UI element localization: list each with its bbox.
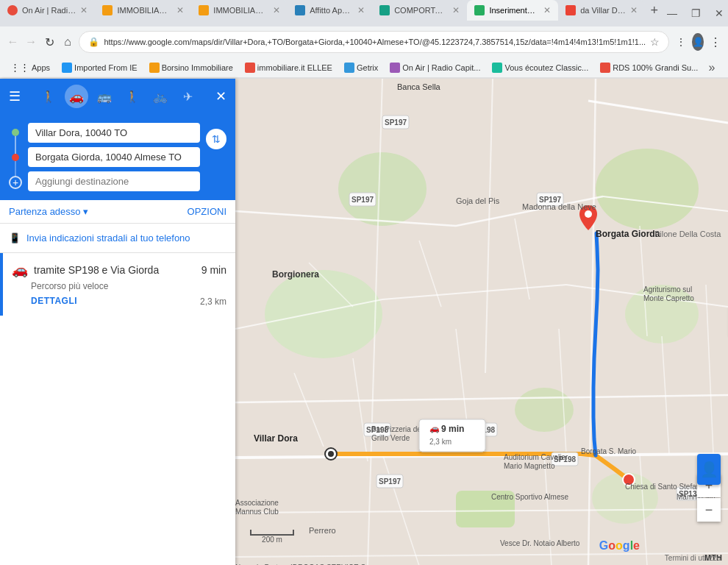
forward-button[interactable]: → bbox=[24, 32, 38, 52]
svg-rect-41 bbox=[382, 116, 409, 129]
bookmark-getrix[interactable]: Getrix bbox=[340, 61, 382, 74]
tab-close-2[interactable]: ✕ bbox=[176, 5, 184, 15]
svg-text:Villar Dora: Villar Dora bbox=[254, 433, 298, 444]
swap-routes-button[interactable]: ⇅ bbox=[206, 129, 226, 149]
tab-2[interactable]: IMMOBILIARE E... ✕ bbox=[95, 0, 191, 21]
tab-6-active[interactable]: Inserimento an... ✕ bbox=[467, 0, 558, 21]
svg-point-4 bbox=[625, 285, 699, 344]
destination-input[interactable] bbox=[28, 147, 200, 167]
svg-point-1 bbox=[265, 270, 382, 358]
svg-line-8 bbox=[588, 101, 728, 123]
svg-line-23 bbox=[640, 226, 647, 336]
home-button[interactable]: ⌂ bbox=[61, 32, 75, 52]
map-area[interactable]: SP197 SP197 SP198 SP198 SP197 SP198 SP19… bbox=[235, 79, 728, 565]
close-sidebar-icon[interactable]: ✕ bbox=[215, 88, 226, 104]
svg-text:Mario Magnetto: Mario Magnetto bbox=[504, 462, 555, 470]
svg-line-33 bbox=[544, 454, 552, 565]
transport-icons: 🚶 🚗 🚌 🚶 🚲 ✈ bbox=[26, 85, 210, 108]
extensions-button[interactable]: ⋮ bbox=[674, 32, 688, 52]
depart-time-button[interactable]: Partenza adesso ▾ bbox=[9, 206, 88, 217]
route-line bbox=[15, 136, 16, 154]
hamburger-icon[interactable]: ☰ bbox=[9, 88, 21, 104]
svg-point-39 bbox=[585, 210, 592, 218]
svg-text:Perrero: Perrero bbox=[309, 526, 336, 535]
star-icon[interactable]: ☆ bbox=[650, 36, 660, 48]
svg-text:SP197: SP197 bbox=[379, 477, 401, 486]
maximize-button[interactable]: ❐ bbox=[687, 4, 704, 22]
transport-icon-walk[interactable]: 🚶 bbox=[121, 85, 144, 108]
bookmark-imported-ie[interactable]: Imported From IE bbox=[57, 61, 142, 74]
svg-text:Borgionera: Borgionera bbox=[272, 269, 319, 280]
route-options-bar: Partenza adesso ▾ OPZIONI bbox=[0, 200, 235, 224]
transport-icon-flight[interactable]: ✈ bbox=[176, 85, 200, 108]
destination-dot bbox=[12, 154, 19, 161]
new-tab-button[interactable]: + bbox=[645, 0, 663, 21]
tab-1[interactable]: On Air | Radio C... ✕ bbox=[0, 0, 95, 21]
bookmark-vous[interactable]: Vous écoutez Classic... bbox=[488, 61, 593, 74]
add-destination-icon[interactable]: + bbox=[9, 176, 22, 189]
transport-icon-bike[interactable]: 🚲 bbox=[149, 85, 172, 108]
tab-7[interactable]: da Villar Dora... ✕ bbox=[558, 0, 645, 21]
add-destination-input[interactable] bbox=[28, 171, 200, 191]
bookmark-immobiliare[interactable]: immobiliare.it ELLEE bbox=[240, 61, 337, 74]
tab-4[interactable]: Affitto Appart... ✕ bbox=[288, 0, 372, 21]
route-options-button[interactable]: OPZIONI bbox=[188, 206, 226, 217]
svg-text:Banca Sella: Banca Sella bbox=[397, 82, 441, 91]
google-logo: Google bbox=[599, 539, 640, 552]
back-button[interactable]: ← bbox=[6, 32, 20, 52]
svg-line-22 bbox=[515, 218, 529, 299]
tab-close-6[interactable]: ✕ bbox=[543, 5, 551, 15]
zoom-out-button[interactable]: − bbox=[697, 498, 721, 522]
svg-line-18 bbox=[588, 79, 596, 565]
bookmark-rds[interactable]: RDS 100% Grandi Su... bbox=[596, 61, 702, 74]
svg-text:SP197: SP197 bbox=[385, 118, 407, 127]
more-bookmarks[interactable]: » bbox=[705, 61, 718, 74]
profile-avatar[interactable]: 👤 bbox=[692, 33, 704, 51]
svg-point-5 bbox=[515, 388, 574, 432]
bookmark-onair[interactable]: On Air | Radio Capit... bbox=[385, 61, 485, 74]
share-route-button[interactable]: 📱 Invia indicazioni stradali al tuo tele… bbox=[0, 224, 235, 253]
svg-text:SP197: SP197 bbox=[539, 196, 561, 204]
transport-icon-driving[interactable]: 🚶 bbox=[37, 85, 60, 108]
details-button[interactable]: DETTAGLI bbox=[31, 296, 77, 306]
svg-rect-0 bbox=[235, 79, 728, 565]
tab-5[interactable]: COMPORTAME... ✕ bbox=[372, 0, 467, 21]
map-svg: SP197 SP197 SP198 SP198 SP197 SP198 SP19… bbox=[235, 79, 728, 565]
apps-bookmark[interactable]: ⋮⋮ Apps bbox=[6, 60, 54, 74]
tab-bar: On Air | Radio C... ✕ IMMOBILIARE E... ✕… bbox=[0, 0, 728, 26]
tab-close-7[interactable]: ✕ bbox=[630, 5, 638, 15]
svg-text:Monte Capretto: Monte Capretto bbox=[643, 294, 694, 302]
route-result: 🚗 tramite SP198 e Via Giorda 9 min Perco… bbox=[0, 253, 235, 316]
tab-3[interactable]: IMMOBILIARE E... ✕ bbox=[191, 0, 288, 21]
address-bar[interactable]: 🔒 https://www.google.com/maps/dir/Villar… bbox=[79, 31, 669, 53]
svg-line-13 bbox=[382, 285, 566, 299]
svg-line-21 bbox=[419, 241, 441, 307]
transport-icon-car[interactable]: 🚗 bbox=[65, 85, 88, 108]
route-name: tramite SP198 e Via Giorda bbox=[34, 264, 196, 276]
svg-text:SP197: SP197 bbox=[351, 196, 374, 204]
svg-line-19 bbox=[235, 454, 728, 458]
chevron-down-icon: ▾ bbox=[83, 206, 88, 217]
tab-close-1[interactable]: ✕ bbox=[80, 5, 88, 15]
close-button[interactable]: ✕ bbox=[710, 4, 728, 22]
sidebar: ☰ 🚶 🚗 🚌 🚶 🚲 ✈ ✕ + bbox=[0, 79, 235, 565]
browser-chrome: On Air | Radio C... ✕ IMMOBILIARE E... ✕… bbox=[0, 0, 728, 79]
bookmark-borsino[interactable]: Borsino Immobiliare bbox=[145, 61, 238, 74]
origin-input[interactable] bbox=[28, 123, 200, 143]
svg-point-3 bbox=[596, 149, 699, 230]
tab-close-5[interactable]: ✕ bbox=[452, 5, 460, 15]
svg-text:Agriturismo sul: Agriturismo sul bbox=[643, 285, 692, 294]
svg-line-17 bbox=[485, 79, 493, 373]
route-inputs: + ⇅ bbox=[0, 114, 235, 200]
street-view-pegman[interactable]: 👤 bbox=[697, 454, 721, 485]
minimize-button[interactable]: — bbox=[663, 4, 681, 22]
svg-text:SP198: SP198 bbox=[554, 455, 576, 463]
tab-close-4[interactable]: ✕ bbox=[357, 5, 365, 15]
tab-close-3[interactable]: ✕ bbox=[273, 5, 280, 15]
altri-preferiti[interactable]: Altri Preferiti bbox=[724, 61, 728, 74]
svg-line-15 bbox=[235, 395, 728, 402]
transport-icon-bus[interactable]: 🚌 bbox=[93, 85, 116, 108]
reload-button[interactable]: ↻ bbox=[43, 32, 57, 52]
svg-line-9 bbox=[235, 211, 456, 226]
menu-button[interactable]: ⋮ bbox=[708, 32, 722, 52]
